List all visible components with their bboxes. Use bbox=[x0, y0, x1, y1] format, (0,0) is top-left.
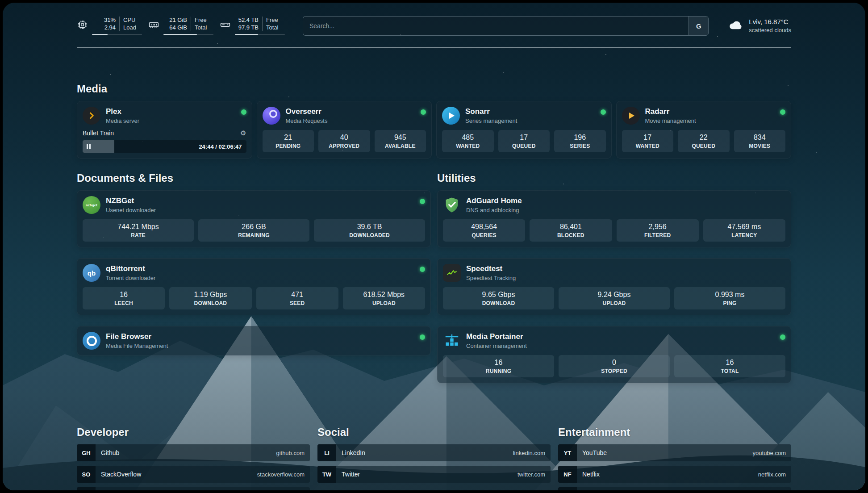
search-engine-button[interactable]: G bbox=[689, 17, 708, 35]
bookmark-stackoverflow[interactable]: SO StackOverflow stackoverflow.com bbox=[77, 466, 310, 483]
stat-box: 21 PENDING bbox=[263, 130, 314, 152]
app-name: Radarr bbox=[645, 107, 696, 116]
top-bar: 31% 2.94 CPU Load bbox=[77, 16, 791, 36]
cpu-load-label: Load bbox=[123, 24, 142, 32]
stat-box: 266 GB REMAINING bbox=[198, 219, 309, 242]
disk-total-label: Total bbox=[266, 24, 285, 32]
sonarr-icon bbox=[442, 107, 460, 125]
stat-box: 498,564 QUERIES bbox=[443, 219, 525, 242]
app-card-sonarr[interactable]: Sonarr Series management 485 WANTED 17 Q… bbox=[436, 101, 612, 159]
app-card-plex[interactable]: Plex Media server Bullet Train ⚙ 24:44 /… bbox=[77, 101, 252, 159]
stat-box: 618.52 Mbps UPLOAD bbox=[343, 287, 425, 309]
bookmark-twitter[interactable]: TW Twitter twitter.com bbox=[317, 466, 551, 483]
qbittorrent-icon: qb bbox=[83, 264, 100, 282]
stat-box: 16 TOTAL bbox=[674, 355, 785, 377]
cpu-label: CPU bbox=[123, 17, 142, 24]
dashboard: 31% 2.94 CPU Load bbox=[3, 3, 865, 490]
app-name: Plex bbox=[106, 107, 139, 116]
stat-box: 17 QUEUED bbox=[498, 130, 550, 152]
filebrowser-icon bbox=[83, 332, 100, 350]
stat-box: 17 WANTED bbox=[622, 130, 674, 152]
app-name: File Browser bbox=[106, 332, 168, 341]
app-subtitle: Container management bbox=[466, 343, 527, 349]
portainer-icon bbox=[443, 332, 461, 350]
stat-box: 485 WANTED bbox=[442, 130, 494, 152]
app-subtitle: Media server bbox=[106, 117, 139, 124]
app-subtitle: Speedtest Tracking bbox=[466, 275, 516, 281]
app-subtitle: Torrent downloader bbox=[106, 275, 155, 281]
speedtest-icon bbox=[443, 264, 461, 282]
ram-total-label: Total bbox=[195, 24, 213, 32]
media-section-title: Media bbox=[77, 83, 791, 95]
adguard-icon bbox=[443, 196, 461, 214]
app-card-overseerr[interactable]: Overseerr Media Requests 21 PENDING 40 A… bbox=[257, 101, 432, 159]
search-input[interactable] bbox=[303, 17, 689, 35]
ram-free-label: Free bbox=[195, 17, 213, 24]
bookmark-github[interactable]: GH Github github.com bbox=[77, 444, 310, 461]
app-card-speedtest[interactable]: Speedtest Speedtest Tracking 9.65 Gbps D… bbox=[437, 258, 791, 315]
ram-usage-bar bbox=[163, 34, 213, 35]
linkedin-icon: LI bbox=[317, 444, 336, 461]
radarr-icon bbox=[622, 107, 640, 125]
status-dot bbox=[601, 109, 606, 115]
app-name: qBittorrent bbox=[106, 264, 155, 273]
bookmark-netflix[interactable]: NF Netflix netflix.com bbox=[558, 466, 791, 483]
now-playing-title: Bullet Train bbox=[83, 130, 114, 137]
developer-section-title: Developer bbox=[77, 426, 310, 439]
dev-icon: DT bbox=[77, 487, 96, 490]
app-name: Speedtest bbox=[466, 264, 516, 273]
stat-box: 16 LEECH bbox=[83, 287, 165, 309]
header-divider bbox=[77, 47, 791, 48]
app-card-filebrowser[interactable]: File Browser Media File Management bbox=[77, 326, 431, 355]
gear-icon[interactable]: ⚙ bbox=[240, 129, 246, 137]
app-card-nzbget[interactable]: nzbget NZBGet Usenet downloader 744.21 M… bbox=[77, 190, 431, 247]
cloud-icon bbox=[726, 17, 744, 34]
cpu-widget: 31% 2.94 CPU Load bbox=[77, 17, 142, 36]
utilities-section-title: Utilities bbox=[437, 172, 791, 184]
system-widgets: 31% 2.94 CPU Load bbox=[77, 17, 285, 36]
app-name: Sonarr bbox=[465, 107, 517, 116]
disk-icon bbox=[220, 19, 231, 32]
disk-free-label: Free bbox=[266, 17, 285, 24]
section-social: Social LI LinkedIn linkedin.com TW Twitt… bbox=[317, 426, 551, 490]
stat-box: 39.6 TB DOWNLOADED bbox=[314, 219, 425, 242]
stat-box: 22 QUEUED bbox=[678, 130, 730, 152]
bookmark-youtube[interactable]: YT YouTube youtube.com bbox=[558, 444, 791, 461]
pause-button[interactable] bbox=[87, 144, 91, 149]
app-card-radarr[interactable]: Radarr Movie management 17 WANTED 22 QUE… bbox=[616, 101, 792, 159]
snow-specks bbox=[3, 3, 4, 4]
ram-total: 64 GiB bbox=[163, 24, 187, 32]
app-name: NZBGet bbox=[106, 196, 156, 205]
app-card-media-portainer[interactable]: Media Portainer Container management 16 … bbox=[437, 326, 791, 383]
stat-box: 40 APPROVED bbox=[318, 130, 370, 152]
search-bar: G bbox=[303, 16, 709, 36]
stat-box: 945 AVAILABLE bbox=[375, 130, 426, 152]
reddit-icon: RE bbox=[558, 487, 577, 490]
app-name: Media Portainer bbox=[466, 332, 527, 341]
bookmark-dev[interactable]: DT DEV dev.to bbox=[77, 487, 310, 490]
stat-box: 9.65 Gbps DOWNLOAD bbox=[443, 287, 554, 309]
status-dot bbox=[420, 267, 425, 272]
status-dot bbox=[420, 199, 425, 204]
playback-progress-bar[interactable]: 24:44 / 02:06:47 bbox=[83, 140, 246, 153]
twitter-icon: TW bbox=[317, 466, 336, 483]
section-media: Media Plex Media server bbox=[77, 83, 791, 159]
app-subtitle: Series management bbox=[465, 117, 517, 124]
stat-box: 16 RUNNING bbox=[443, 355, 554, 377]
stat-box: 86,401 BLOCKED bbox=[530, 219, 612, 242]
bookmark-reddit[interactable]: RE Reddit reddit.com bbox=[558, 487, 791, 490]
weather-widget[interactable]: Lviv, 16.87°C scattered clouds bbox=[726, 17, 791, 34]
memory-widget: 21 GiB 64 GiB Free Total bbox=[148, 17, 213, 36]
github-icon: GH bbox=[77, 444, 96, 461]
app-card-qbittorrent[interactable]: qb qBittorrent Torrent downloader 16 LEE… bbox=[77, 258, 431, 315]
disk-free: 52.4 TB bbox=[235, 17, 259, 24]
section-entertainment: Entertainment YT YouTube youtube.com NF … bbox=[558, 426, 791, 490]
playback-time: 24:44 / 02:06:47 bbox=[199, 143, 246, 150]
stat-box: 47.569 ms LATENCY bbox=[703, 219, 785, 242]
cpu-load: 2.94 bbox=[92, 24, 116, 32]
app-card-adguard-home[interactable]: AdGuard Home DNS and adblocking 498,564 … bbox=[437, 190, 791, 247]
section-documents-files: Documents & Files nzbget NZBGet Usenet d… bbox=[77, 172, 431, 366]
bookmark-linkedin[interactable]: LI LinkedIn linkedin.com bbox=[317, 444, 551, 461]
stackoverflow-icon: SO bbox=[77, 466, 96, 483]
plex-icon bbox=[83, 107, 100, 125]
